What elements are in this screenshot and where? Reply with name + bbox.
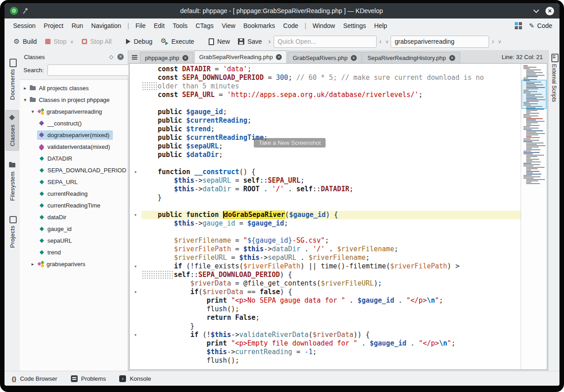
titlebar[interactable]: ⚙ default: phppage - [ phppage:GrabSepaR…	[5, 3, 559, 18]
nav-next-dropdown-icon[interactable]: ∨	[497, 39, 502, 45]
panel-close-icon[interactable]: ×	[117, 54, 124, 60]
nav-prev-icon[interactable]: ‹	[378, 37, 383, 46]
tree-item-sepa-download-period[interactable]: SEPA_DOWNLOAD_PERIOD	[20, 164, 128, 176]
fold-marker-icon[interactable]: ▾	[130, 211, 141, 219]
minimap-viewport[interactable]	[522, 80, 546, 109]
minimap-line	[526, 118, 543, 119]
menu-item-file[interactable]: File	[131, 20, 150, 32]
expander-icon[interactable]: ▸	[22, 85, 28, 91]
dock-tab-documents[interactable]: Documents	[5, 55, 19, 104]
code-token: )) {	[354, 331, 370, 339]
code-token: =	[211, 65, 223, 73]
fold-marker-icon[interactable]: ▾	[130, 168, 141, 176]
menu-item-navigation[interactable]: Navigation	[87, 20, 125, 32]
nav-next-icon[interactable]: ›	[490, 37, 496, 46]
build-button[interactable]: ⚙ Build	[10, 36, 41, 47]
tree-item-classes-in-project-phppage[interactable]: ▾Classes in project phppage	[20, 94, 128, 106]
editor-tab[interactable]: SepaRiverReadingHistory.php×	[363, 52, 460, 63]
chevron-down-icon[interactable]	[533, 7, 539, 13]
area-grid-icon[interactable]	[515, 22, 522, 29]
new-button[interactable]: New	[205, 36, 233, 47]
tree-item-content: All projects classes	[28, 83, 93, 93]
tree-item-sepa-url[interactable]: SEPA_URL	[20, 176, 128, 188]
tree-item-grabseparivers[interactable]: ▸grabseparivers	[20, 258, 128, 270]
classes-search-input[interactable]	[47, 65, 133, 76]
dock-tab-classes[interactable]: Classes	[5, 110, 19, 150]
expander-icon[interactable]: ▸	[29, 261, 36, 267]
minimap[interactable]	[521, 64, 547, 369]
dock-tab-filesystem[interactable]: Filesystem	[5, 157, 19, 205]
stop-button[interactable]: Stop ∨	[42, 36, 77, 47]
code-token: =	[215, 91, 227, 99]
minimap-line	[523, 68, 530, 69]
fold-marker-icon[interactable]: ▾	[130, 288, 141, 296]
stop-dropdown-icon[interactable]: ∨	[70, 39, 73, 44]
menu-item-window[interactable]: Window	[308, 20, 339, 32]
menu-item-run[interactable]: Run	[67, 20, 87, 32]
tree-item-currentreadingtime[interactable]: currentReadingTime	[20, 199, 128, 211]
tree-item-gauge-id[interactable]: gauge_id	[20, 223, 128, 235]
expander-icon[interactable]: ▾	[22, 97, 28, 103]
tree-item-datadir[interactable]: dataDir	[20, 211, 128, 223]
tree-item-currentreading[interactable]: currentReading	[20, 188, 128, 199]
search-label: Search:	[23, 67, 44, 74]
nav-prev-dropdown-icon[interactable]: ∨	[384, 39, 390, 45]
fold-marker-icon[interactable]: ▾	[130, 331, 141, 339]
tree-item-content: grabseparivers	[36, 259, 89, 269]
tree-item-sepaurl[interactable]: sepaURL	[20, 235, 128, 246]
tree-item-all-projects-classes[interactable]: ▸All projects classes	[20, 82, 128, 94]
dock-tab-external-scripts[interactable]: External Scripts	[550, 54, 558, 102]
editor-tab[interactable]: GrabSepaRiverReading.php×	[194, 51, 287, 63]
code-token: '/'	[312, 245, 325, 253]
tree-item-dograbsepariver-mixed-[interactable]: dograbsepariver(mixed)	[20, 129, 128, 141]
tree-item--construct-[interactable]: __construct()	[20, 117, 128, 129]
dock-tab-projects[interactable]: Projects	[5, 211, 19, 252]
minimap-line	[526, 76, 538, 77]
menu-item-tools[interactable]: Tools	[169, 20, 192, 32]
tab-close-icon[interactable]: ×	[351, 55, 357, 61]
toolview-button-problems[interactable]: Problems	[71, 375, 106, 382]
classes-tree[interactable]: ▸All projects classes▾Classes in project…	[20, 79, 128, 371]
code-area[interactable]: const DATADIR = 'data'; const SEPA_DOWNL…	[130, 64, 521, 369]
tab-close-icon[interactable]: ×	[449, 55, 455, 61]
search-nav-input[interactable]	[391, 36, 489, 48]
tree-item-validateriverdata-mixed-[interactable]: validateriverdata(mixed)	[20, 141, 128, 152]
editor-tab[interactable]: GrabSepaRivers.php×	[288, 52, 361, 63]
menu-item-project[interactable]: Project	[40, 20, 68, 32]
tree-item-trend[interactable]: trend	[20, 246, 128, 258]
editor: phppage.php×GrabSepaRiverReading.php×Gra…	[128, 50, 548, 371]
tab-close-icon[interactable]: ×	[182, 55, 188, 61]
code-token: -1	[304, 348, 312, 356]
code-line: public $currentReading;	[130, 116, 521, 125]
code-line: $riverFilePath = $this->dataDir . '/' . …	[130, 245, 521, 254]
menu-item-ctags[interactable]: CTags	[191, 20, 218, 32]
menu-item-view[interactable]: View	[218, 20, 239, 32]
tree-item-grabsepariverreading[interactable]: ▾grabsepariverreading	[20, 106, 128, 117]
toolview-button-konsole[interactable]: ›Konsole	[119, 375, 151, 382]
area-switcher-button[interactable]: ✎ Code	[529, 22, 552, 29]
menu-item-code[interactable]: Code	[279, 20, 302, 32]
tree-item-content: SEPA_DOWNLOAD_PERIOD	[37, 166, 128, 175]
menu-item-bookmarks[interactable]: Bookmarks	[239, 20, 279, 32]
stop-all-button[interactable]: Stop All	[78, 36, 115, 47]
fold-marker-icon[interactable]: ▾	[130, 262, 141, 271]
toolbar-overflow-icon[interactable]: ›	[266, 37, 273, 46]
close-button[interactable]: ×	[545, 7, 554, 15]
document-list-icon[interactable]	[129, 52, 140, 63]
execute-button[interactable]: Execute	[157, 36, 198, 47]
toolview-button-code-browser[interactable]: {}Code Browser	[12, 375, 57, 382]
detach-icon[interactable]: ◇	[109, 54, 113, 60]
quick-open-input[interactable]	[274, 36, 377, 48]
debug-button[interactable]: Debug	[122, 36, 156, 47]
menu-item-help[interactable]: Help	[370, 20, 392, 32]
menu-item-edit[interactable]: Edit	[149, 20, 168, 32]
tree-item-datadir[interactable]: DATADIR	[20, 152, 128, 164]
menu-item-settings[interactable]: Settings	[339, 20, 370, 32]
tab-close-icon[interactable]: ×	[276, 54, 282, 60]
editor-tab[interactable]: phppage.php×	[140, 52, 193, 63]
expander-icon[interactable]: ▾	[29, 109, 36, 115]
menu-item-session[interactable]: Session	[9, 20, 40, 32]
pin-icon[interactable]	[23, 7, 29, 14]
code-token: );	[374, 279, 382, 287]
save-button[interactable]: Save	[234, 36, 266, 47]
